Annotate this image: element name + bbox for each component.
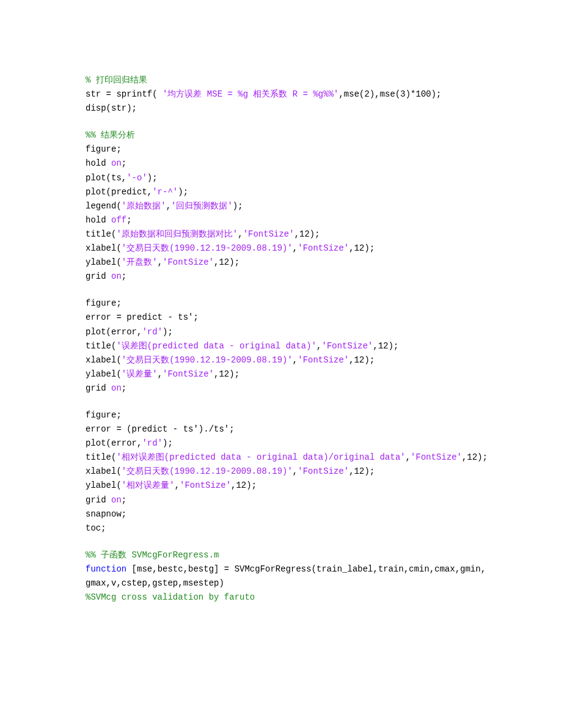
code-token: hold xyxy=(86,158,111,168)
code-token: '相对误差图(predicted data - original data)/o… xyxy=(116,452,405,462)
code-token: ); xyxy=(162,327,173,337)
code-token: , xyxy=(166,201,171,211)
code-line: %% 子函数 SVMcgForRegress.m xyxy=(86,548,489,562)
code-token: grid xyxy=(86,271,111,281)
code-token: error = (predict - ts')./ts'; xyxy=(86,424,235,434)
code-token: ylabel( xyxy=(86,257,122,267)
code-token: 'FontSize' xyxy=(411,452,462,462)
code-line: grid on; xyxy=(86,381,489,395)
code-token: ,12); xyxy=(462,452,487,462)
code-token: grid xyxy=(86,495,111,505)
code-token: ,12); xyxy=(214,369,239,379)
code-token: hold xyxy=(86,215,111,225)
code-line: title('原始数据和回归预测数据对比','FontSize',12); xyxy=(86,227,489,241)
code-token: % 打印回归结果 xyxy=(86,75,147,85)
code-line: ylabel('相对误差量','FontSize',12); xyxy=(86,479,489,493)
code-line: plot(ts,'-o'); xyxy=(86,171,489,185)
code-line: error = (predict - ts')./ts'; xyxy=(86,422,489,436)
code-line: plot(error,'rd'); xyxy=(86,436,489,450)
code-token: on xyxy=(111,495,122,505)
code-token: '原始数据和回归预测数据对比' xyxy=(116,229,238,239)
code-line: error = predict - ts'; xyxy=(86,311,489,325)
code-token: error = predict - ts'; xyxy=(86,312,199,322)
code-token: snapnow; xyxy=(86,509,126,519)
code-token: on xyxy=(111,158,122,168)
code-line: legend('原始数据','回归预测数据'); xyxy=(86,199,489,213)
code-line: hold off; xyxy=(86,213,489,227)
code-token: '交易日天数(1990.12.19-2009.08.19)' xyxy=(122,355,293,365)
code-line: snapnow; xyxy=(86,507,489,521)
code-line: str = sprintf( '均方误差 MSE = %g 相关系数 R = %… xyxy=(86,87,489,101)
code-token: '相对误差量' xyxy=(122,480,175,490)
code-token: 'rd' xyxy=(142,438,162,448)
code-token: 'r-^' xyxy=(152,187,178,197)
code-line: toc; xyxy=(86,521,489,535)
code-line: figure; xyxy=(86,408,489,422)
code-token: '均方误差 MSE = %g 相关系数 R = %g%%' xyxy=(162,89,338,99)
code-token: title( xyxy=(86,229,116,239)
code-token: 'FontSize' xyxy=(162,257,214,267)
code-token: , xyxy=(238,229,243,239)
code-token: figure; xyxy=(86,410,122,420)
code-token: function xyxy=(86,564,126,574)
code-token: str = sprintf( xyxy=(86,89,162,99)
code-line: % 打印回归结果 xyxy=(86,73,489,87)
code-token: , xyxy=(406,452,411,462)
code-token: '误差图(predicted data - original data)' xyxy=(116,341,316,351)
code-token: %% 结果分析 xyxy=(86,130,135,140)
code-token: on xyxy=(111,271,122,281)
code-token: ,12); xyxy=(349,355,374,365)
code-token: ); xyxy=(178,187,188,197)
code-token: ylabel( xyxy=(86,369,122,379)
code-token: , xyxy=(158,257,162,267)
code-token: ,12); xyxy=(349,243,374,253)
code-token: 'FontSize' xyxy=(321,341,373,351)
code-line: %SVMcg cross validation by faruto xyxy=(86,590,489,605)
code-token: ; xyxy=(122,495,126,505)
code-token: ,12); xyxy=(349,466,374,476)
code-token: '交易日天数(1990.12.19-2009.08.19)' xyxy=(122,466,293,476)
code-token: title( xyxy=(86,452,116,462)
code-token: ,12); xyxy=(373,341,399,351)
code-token: ; xyxy=(126,215,131,225)
code-line: figure; xyxy=(86,296,489,311)
code-token: 'FontSize' xyxy=(243,229,294,239)
code-line: xlabel('交易日天数(1990.12.19-2009.08.19)','F… xyxy=(86,465,489,479)
code-token: 'FontSize' xyxy=(297,243,349,253)
code-token: toc; xyxy=(86,523,106,533)
code-token: ; xyxy=(122,158,126,168)
code-block: % 打印回归结果str = sprintf( '均方误差 MSE = %g 相关… xyxy=(86,73,489,605)
code-token: , xyxy=(293,466,297,476)
code-token: 'FontSize' xyxy=(180,480,231,490)
code-token: ylabel( xyxy=(86,480,122,490)
code-token: xlabel( xyxy=(86,355,122,365)
code-token: xlabel( xyxy=(86,243,122,253)
code-token: xlabel( xyxy=(86,466,122,476)
code-token: ,12); xyxy=(231,480,257,490)
code-token: ); xyxy=(147,173,158,183)
code-line: disp(str); xyxy=(86,101,489,116)
code-token: ); xyxy=(233,201,243,211)
code-token: plot(predict, xyxy=(86,187,152,197)
code-token: , xyxy=(158,369,162,379)
code-token: '回归预测数据' xyxy=(171,201,233,211)
code-token: disp(str); xyxy=(86,103,137,113)
code-line: xlabel('交易日天数(1990.12.19-2009.08.19)','F… xyxy=(86,241,489,256)
code-line: %% 结果分析 xyxy=(86,128,489,142)
code-token: , xyxy=(293,243,297,253)
code-token: , xyxy=(175,480,180,490)
code-token: '原始数据' xyxy=(122,201,166,211)
code-token: 'rd' xyxy=(142,327,162,337)
code-line: xlabel('交易日天数(1990.12.19-2009.08.19)','F… xyxy=(86,353,489,367)
code-token: plot(ts, xyxy=(86,173,126,183)
code-line: ylabel('误差量','FontSize',12); xyxy=(86,367,489,381)
code-token: off xyxy=(111,215,126,225)
code-token: '-o' xyxy=(126,173,147,183)
blank-line xyxy=(86,535,489,548)
code-line: plot(error,'rd'); xyxy=(86,325,489,339)
code-token: [mse,bestc,bestg] = SVMcgForRegress(trai… xyxy=(86,564,486,588)
code-token: '开盘数' xyxy=(122,257,158,267)
code-token: %% 子函数 SVMcgForRegress.m xyxy=(86,550,219,560)
code-token: grid xyxy=(86,383,111,393)
code-line: figure; xyxy=(86,142,489,156)
